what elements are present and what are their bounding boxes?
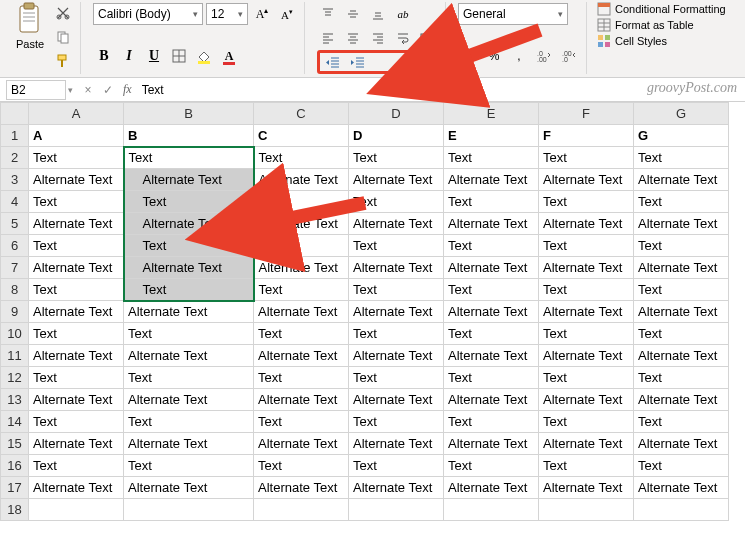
- cell-C12[interactable]: Text: [254, 367, 349, 389]
- cell-C18[interactable]: [254, 499, 349, 521]
- cell-G1[interactable]: G: [634, 125, 729, 147]
- cell-E2[interactable]: Text: [444, 147, 539, 169]
- decrease-indent-button[interactable]: [322, 51, 344, 73]
- cell-E12[interactable]: Text: [444, 367, 539, 389]
- cell-E4[interactable]: Text: [444, 191, 539, 213]
- font-size-combo[interactable]: 12▾: [206, 3, 248, 25]
- cell-B9[interactable]: Alternate Text: [124, 301, 254, 323]
- cell-D17[interactable]: Alternate Text: [349, 477, 444, 499]
- row-header-16[interactable]: 16: [1, 455, 29, 477]
- cell-B12[interactable]: Text: [124, 367, 254, 389]
- cell-B4[interactable]: Text: [124, 191, 254, 213]
- fill-color-button[interactable]: [193, 45, 215, 67]
- font-name-combo[interactable]: Calibri (Body)▾: [93, 3, 203, 25]
- column-header-C[interactable]: C: [254, 103, 349, 125]
- cell-C11[interactable]: Alternate Text: [254, 345, 349, 367]
- cell-B15[interactable]: Alternate Text: [124, 433, 254, 455]
- cell-C1[interactable]: C: [254, 125, 349, 147]
- align-right-button[interactable]: [367, 27, 389, 49]
- cell-D3[interactable]: Alternate Text: [349, 169, 444, 191]
- row-header-6[interactable]: 6: [1, 235, 29, 257]
- cell-A7[interactable]: Alternate Text: [29, 257, 124, 279]
- cell-C14[interactable]: Text: [254, 411, 349, 433]
- cell-E17[interactable]: Alternate Text: [444, 477, 539, 499]
- cell-E14[interactable]: Text: [444, 411, 539, 433]
- cell-E3[interactable]: Alternate Text: [444, 169, 539, 191]
- column-header-B[interactable]: B: [124, 103, 254, 125]
- cell-B11[interactable]: Alternate Text: [124, 345, 254, 367]
- cell-E9[interactable]: Alternate Text: [444, 301, 539, 323]
- cell-D15[interactable]: Alternate Text: [349, 433, 444, 455]
- cell-A1[interactable]: A: [29, 125, 124, 147]
- align-bottom-button[interactable]: [367, 3, 389, 25]
- cell-D12[interactable]: Text: [349, 367, 444, 389]
- cell-D10[interactable]: Text: [349, 323, 444, 345]
- cell-A4[interactable]: Text: [29, 191, 124, 213]
- cell-F14[interactable]: Text: [539, 411, 634, 433]
- cell-C4[interactable]: Text: [254, 191, 349, 213]
- cell-D5[interactable]: Alternate Text: [349, 213, 444, 235]
- cell-A9[interactable]: Alternate Text: [29, 301, 124, 323]
- cell-C17[interactable]: Alternate Text: [254, 477, 349, 499]
- cell-F1[interactable]: F: [539, 125, 634, 147]
- cell-B6[interactable]: Text: [124, 235, 254, 257]
- cell-F5[interactable]: Alternate Text: [539, 213, 634, 235]
- row-header-2[interactable]: 2: [1, 147, 29, 169]
- cell-E11[interactable]: Alternate Text: [444, 345, 539, 367]
- cell-D8[interactable]: Text: [349, 279, 444, 301]
- column-header-E[interactable]: E: [444, 103, 539, 125]
- spreadsheet-grid[interactable]: ABCDEFG1ABCDEFG2TextTextTextTextTextText…: [0, 102, 745, 521]
- cell-C3[interactable]: Alternate Text: [254, 169, 349, 191]
- cell-G15[interactable]: Alternate Text: [634, 433, 729, 455]
- decrease-decimal-button[interactable]: .00.0: [558, 45, 580, 67]
- cell-G18[interactable]: [634, 499, 729, 521]
- cell-A18[interactable]: [29, 499, 124, 521]
- cell-B3[interactable]: Alternate Text: [124, 169, 254, 191]
- cell-G8[interactable]: Text: [634, 279, 729, 301]
- cell-D7[interactable]: Alternate Text: [349, 257, 444, 279]
- cell-C6[interactable]: Text: [254, 235, 349, 257]
- cell-F15[interactable]: Alternate Text: [539, 433, 634, 455]
- decrease-font-button[interactable]: A▾: [276, 3, 298, 25]
- row-header-14[interactable]: 14: [1, 411, 29, 433]
- cell-G13[interactable]: Alternate Text: [634, 389, 729, 411]
- row-header-13[interactable]: 13: [1, 389, 29, 411]
- cell-G4[interactable]: Text: [634, 191, 729, 213]
- cell-A11[interactable]: Alternate Text: [29, 345, 124, 367]
- cell-B13[interactable]: Alternate Text: [124, 389, 254, 411]
- cell-G2[interactable]: Text: [634, 147, 729, 169]
- cell-B8[interactable]: Text: [124, 279, 254, 301]
- cancel-formula-button[interactable]: ×: [79, 83, 97, 97]
- copy-button[interactable]: [52, 26, 74, 48]
- cell-E13[interactable]: Alternate Text: [444, 389, 539, 411]
- row-header-7[interactable]: 7: [1, 257, 29, 279]
- cell-A8[interactable]: Text: [29, 279, 124, 301]
- cell-G3[interactable]: Alternate Text: [634, 169, 729, 191]
- cut-button[interactable]: [52, 2, 74, 24]
- currency-button[interactable]: $: [458, 45, 480, 67]
- cell-D16[interactable]: Text: [349, 455, 444, 477]
- cell-E6[interactable]: Text: [444, 235, 539, 257]
- align-left-button[interactable]: [317, 27, 339, 49]
- cell-A15[interactable]: Alternate Text: [29, 433, 124, 455]
- cell-C15[interactable]: Alternate Text: [254, 433, 349, 455]
- row-header-3[interactable]: 3: [1, 169, 29, 191]
- cell-C8[interactable]: Text: [254, 279, 349, 301]
- cell-E5[interactable]: Alternate Text: [444, 213, 539, 235]
- cell-F3[interactable]: Alternate Text: [539, 169, 634, 191]
- cell-F7[interactable]: Alternate Text: [539, 257, 634, 279]
- cell-F2[interactable]: Text: [539, 147, 634, 169]
- border-button[interactable]: [168, 45, 190, 67]
- cell-G17[interactable]: Alternate Text: [634, 477, 729, 499]
- cell-B7[interactable]: Alternate Text: [124, 257, 254, 279]
- column-header-D[interactable]: D: [349, 103, 444, 125]
- cell-G14[interactable]: Text: [634, 411, 729, 433]
- align-top-button[interactable]: [317, 3, 339, 25]
- wrap-text-button[interactable]: [392, 27, 414, 49]
- cell-G12[interactable]: Text: [634, 367, 729, 389]
- cell-A13[interactable]: Alternate Text: [29, 389, 124, 411]
- cell-G10[interactable]: Text: [634, 323, 729, 345]
- cell-G16[interactable]: Text: [634, 455, 729, 477]
- cell-D18[interactable]: [349, 499, 444, 521]
- cell-C2[interactable]: Text: [254, 147, 349, 169]
